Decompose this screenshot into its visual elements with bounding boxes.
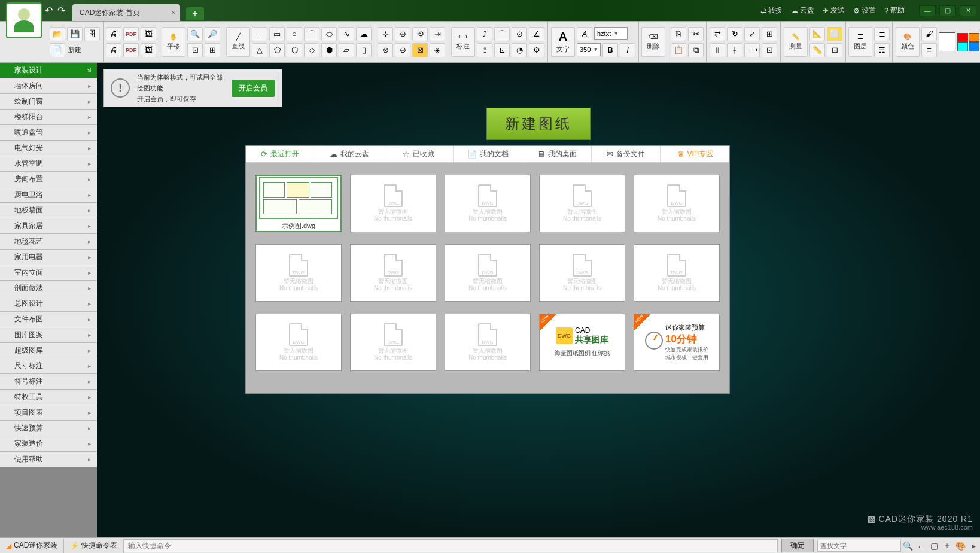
sidebar-item-electrical[interactable]: 电气灯光 — [0, 141, 97, 156]
pdf2-icon[interactable]: PDF — [123, 43, 139, 57]
expand-icon[interactable]: ▸ — [967, 541, 980, 551]
dim5-icon[interactable]: ⟟ — [477, 43, 492, 57]
activate-vip-button[interactable]: 开启会员 — [232, 80, 275, 97]
layer-list-icon[interactable]: ☴ — [874, 43, 890, 57]
bold-icon[interactable]: B — [602, 43, 618, 57]
array-icon[interactable]: ⊞ — [762, 27, 777, 41]
fontsize-dropdown[interactable]: 350 — [577, 43, 601, 56]
print2-icon[interactable]: 🖨 — [106, 43, 121, 57]
sidebar-item-symbol-annotate[interactable]: 符号标注 — [0, 374, 97, 390]
rotate-icon[interactable]: ↻ — [727, 27, 742, 41]
trim-icon[interactable]: ⟊ — [727, 43, 742, 57]
sidebar-item-plumbing[interactable]: 水管空调 — [0, 156, 97, 172]
cloud-button[interactable]: ☁云盘 — [791, 5, 814, 16]
extend-icon[interactable]: ⟶ — [744, 43, 760, 57]
cloud-shape-icon[interactable]: ☁ — [356, 27, 372, 41]
user-avatar[interactable] — [6, 2, 42, 38]
file-card-empty[interactable]: DWG暂无缩微图No thumbnails — [539, 244, 625, 302]
linetype-icon[interactable]: ≡ — [921, 43, 937, 57]
dim-settings-icon[interactable]: ⚙ — [529, 43, 544, 57]
current-color[interactable] — [939, 32, 955, 51]
file-tab-backup[interactable]: ✉备份文件 — [592, 146, 661, 162]
dim6-icon[interactable]: ⊾ — [494, 43, 510, 57]
sidebar-item-project-charts[interactable]: 项目图表 — [0, 405, 97, 421]
export-icon[interactable]: 🖼 — [141, 27, 156, 41]
meas2-icon[interactable]: ⬜ — [827, 27, 842, 41]
scale-icon[interactable]: ⤢ — [744, 27, 760, 41]
file-card-empty[interactable]: DWG暂无缩微图No thumbnails — [539, 175, 625, 232]
line-button[interactable]: ╱ 直线 — [226, 27, 250, 57]
zoom-window-icon[interactable]: ⊡ — [187, 43, 203, 57]
zoom-out-icon[interactable]: 🔎 — [205, 27, 220, 41]
color-palette[interactable] — [957, 33, 980, 51]
sidebar-item-walls[interactable]: 墙体房间 — [0, 78, 97, 94]
file-card-empty[interactable]: DWG暂无缩微图No thumbnails — [445, 175, 531, 232]
sidebar-item-carpet[interactable]: 地毯花艺 — [0, 234, 97, 250]
file-card-empty[interactable]: DWG暂无缩微图No thumbnails — [634, 244, 720, 302]
print-icon[interactable]: 🖨 — [106, 27, 121, 41]
sidebar-item-room-layout[interactable]: 房间布置 — [0, 172, 97, 187]
pan-button[interactable]: ✋ 平移 — [162, 27, 185, 57]
convert-button[interactable]: ⇄转换 — [760, 5, 783, 16]
file-tab-cloud[interactable]: ☁我的云盘 — [315, 146, 385, 162]
mod3-icon[interactable]: ⟲ — [412, 27, 428, 41]
file-card-empty[interactable]: DWG暂无缩微图No thumbnails — [445, 244, 531, 302]
sidebar-item-doors-windows[interactable]: 绘制门窗 — [0, 94, 97, 110]
search-icon[interactable]: 🔍 — [901, 541, 914, 551]
color-button[interactable]: 🎨 颜色 — [896, 27, 920, 57]
sidebar-item-section[interactable]: 剖面做法 — [0, 281, 97, 296]
pdf-icon[interactable]: PDF — [123, 27, 139, 41]
new-drawing-button[interactable]: 新建图纸 — [486, 108, 591, 140]
font-dropdown[interactable]: hztxt — [594, 27, 628, 40]
file-card-sample[interactable]: 示例图.dwg — [255, 175, 342, 232]
sidebar-item-master-plan[interactable]: 总图设计 — [0, 296, 97, 312]
file-card-empty[interactable]: DWG暂无缩微图No thumbnails — [350, 244, 436, 302]
file-tab-docs[interactable]: 📄我的文档 — [454, 146, 523, 162]
file-card-empty[interactable]: DWG暂无缩微图No thumbnails — [634, 175, 720, 232]
mod8-icon[interactable]: ◈ — [430, 43, 445, 57]
spline-icon[interactable]: ∿ — [339, 27, 354, 41]
confirm-button[interactable]: 确定 — [781, 539, 814, 552]
saveas-icon[interactable]: 🗄 — [84, 27, 100, 41]
file-card-empty[interactable]: DWG暂无缩微图No thumbnails — [445, 314, 531, 371]
new-doc-icon[interactable]: 📄 — [50, 43, 65, 57]
tab-home[interactable]: CAD迷你家装-首页 × — [72, 4, 180, 21]
close-button[interactable]: ✕ — [960, 5, 976, 16]
file-card-empty[interactable]: DWG暂无缩微图No thumbnails — [255, 314, 342, 371]
send-button[interactable]: ✈发送 — [823, 5, 845, 16]
shape3-icon[interactable]: ⬡ — [287, 43, 302, 57]
nav-back-icon[interactable]: ↶ — [45, 5, 53, 16]
sidebar-item-quick-budget[interactable]: 快速预算 — [0, 421, 97, 436]
mirror-icon[interactable]: ⇄ — [710, 27, 725, 41]
save-icon[interactable]: 💾 — [67, 27, 83, 41]
zoom-extent-icon[interactable]: ⊞ — [205, 43, 220, 57]
tab-add-button[interactable]: + — [186, 7, 204, 20]
export2-icon[interactable]: 🖼 — [141, 43, 156, 57]
sidebar-item-kitchen-bath[interactable]: 厨电卫浴 — [0, 187, 97, 203]
mod2-icon[interactable]: ⊕ — [395, 27, 410, 41]
sidebar-item-privilege-tools[interactable]: 特权工具 — [0, 390, 97, 405]
promo-card-library[interactable]: NEW DWGCAD共享图库 海量图纸图例 任你挑 — [539, 314, 625, 371]
italic-icon[interactable]: I — [620, 43, 635, 57]
open-icon[interactable]: 📂 — [50, 27, 65, 41]
sidebar-item-file-layout[interactable]: 文件布图 — [0, 312, 97, 327]
zoom-in-icon[interactable]: 🔍 — [187, 27, 203, 41]
meas4-icon[interactable]: ⊡ — [827, 43, 842, 57]
sidebar-item-home-design[interactable]: 家装设计 — [0, 63, 97, 78]
shape7-icon[interactable]: ▯ — [356, 43, 372, 57]
triangle-icon[interactable]: △ — [252, 43, 267, 57]
paste-icon[interactable]: 📋 — [671, 43, 686, 57]
sidebar-item-hvac[interactable]: 暖通盘管 — [0, 125, 97, 141]
dim7-icon[interactable]: ◔ — [512, 43, 527, 57]
sidebar-item-furniture[interactable]: 家具家居 — [0, 218, 97, 234]
layer-button[interactable]: ☰ 图层 — [848, 27, 872, 57]
help-button[interactable]: ?帮助 — [884, 5, 905, 16]
measure-button[interactable]: 📏 测量 — [784, 27, 808, 57]
nav-forward-icon[interactable]: ↷ — [57, 5, 65, 16]
mod1-icon[interactable]: ⊹ — [378, 27, 393, 41]
file-tab-vip[interactable]: ♛VIP专区 — [661, 146, 729, 162]
sidebar-item-pricing[interactable]: 家装造价 — [0, 436, 97, 452]
mod7-icon[interactable]: ⊠ — [412, 43, 428, 57]
layer-mgr-icon[interactable]: ≣ — [874, 27, 890, 41]
delete-button[interactable]: ⌫ 删除 — [641, 27, 665, 57]
